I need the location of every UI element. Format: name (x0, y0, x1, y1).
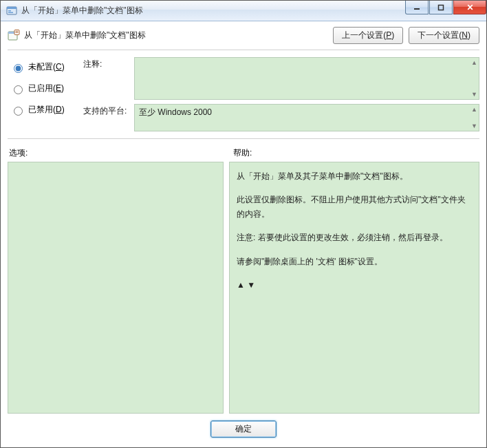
scroll-up-icon[interactable]: ▲ (471, 106, 477, 113)
help-paragraph: 注意: 若要使此设置的更改生效，必须注销，然后再登录。 (237, 231, 466, 244)
comment-label: 注释: (83, 57, 131, 70)
minimize-button[interactable] (405, 1, 429, 14)
close-button[interactable] (453, 1, 486, 14)
scroll-down-icon[interactable]: ▼ (471, 91, 477, 98)
help-paragraph: 此设置仅删除图标。不阻止用户使用其他方式访问"文档"文件夹的内容。 (237, 193, 466, 221)
help-panel: 从「开始」菜单及其子菜单中删除"文档"图标。 此设置仅删除图标。不阻止用户使用其… (229, 162, 479, 414)
scroll-up-icon[interactable]: ▲ (237, 280, 245, 290)
platform-label: 支持的平台: (83, 104, 131, 117)
policy-icon (8, 30, 20, 42)
footer: 确定 (8, 414, 479, 440)
config-row: 未配置(C) 已启用(E) 已禁用(D) 注释: ▲ ▼ 支持的平台: 至少 W… (8, 54, 479, 137)
fields-col: 注释: ▲ ▼ 支持的平台: 至少 Windows 2000 ▲ ▼ (83, 57, 479, 131)
svg-rect-5 (439, 5, 444, 10)
client-area: 从「开始」菜单中删除"文档"图标 上一个设置(P) 下一个设置(N) 未配置(C… (1, 21, 486, 447)
options-panel (8, 162, 224, 414)
help-paragraph: 从「开始」菜单及其子菜单中删除"文档"图标。 (237, 169, 466, 183)
radio-enabled[interactable]: 已启用(E) (10, 83, 83, 94)
svg-rect-1 (7, 7, 17, 9)
radio-not-configured-input[interactable] (14, 64, 23, 73)
policy-title: 从「开始」菜单中删除"文档"图标 (24, 30, 333, 41)
scroll-up-icon[interactable]: ▲ (471, 59, 477, 66)
svg-rect-2 (8, 10, 11, 12)
next-setting-button[interactable]: 下一个设置(N) (409, 27, 479, 44)
window-title: 从「开始」菜单中删除"文档"图标 (21, 5, 143, 17)
radio-disabled[interactable]: 已禁用(D) (10, 104, 83, 116)
options-label: 选项: (8, 147, 229, 159)
comment-field[interactable]: ▲ ▼ (134, 57, 479, 100)
divider (8, 50, 479, 50)
ok-button[interactable]: 确定 (210, 420, 277, 438)
section-labels: 选项: 帮助: (8, 147, 479, 159)
radio-disabled-input[interactable] (14, 107, 23, 116)
radio-not-configured[interactable]: 未配置(C) (10, 61, 83, 73)
previous-setting-button[interactable]: 上一个设置(P) (333, 27, 403, 44)
supported-platform-field: 至少 Windows 2000 ▲ ▼ (134, 104, 479, 131)
platform-value: 至少 Windows 2000 (139, 107, 212, 117)
svg-rect-9 (16, 31, 19, 32)
scroll-down-icon[interactable]: ▼ (471, 122, 477, 129)
panels: 从「开始」菜单及其子菜单中删除"文档"图标。 此设置仅删除图标。不阻止用户使用其… (8, 162, 479, 414)
window-controls (405, 1, 486, 14)
header-row: 从「开始」菜单中删除"文档"图标 上一个设置(P) 下一个设置(N) (8, 27, 479, 44)
help-label: 帮助: (229, 147, 479, 159)
radio-enabled-input[interactable] (14, 85, 23, 94)
help-paragraph: 请参阅"删除桌面上的 '文档' 图标"设置。 (237, 255, 466, 268)
app-icon (6, 6, 17, 17)
window-titlebar: 从「开始」菜单中删除"文档"图标 (1, 1, 486, 21)
svg-rect-4 (414, 8, 420, 10)
scroll-down-icon[interactable]: ▼ (247, 280, 255, 290)
divider (8, 138, 479, 139)
svg-rect-3 (8, 12, 13, 13)
maximize-button[interactable] (429, 1, 453, 14)
state-radio-group: 未配置(C) 已启用(E) 已禁用(D) (8, 57, 83, 131)
svg-rect-10 (16, 32, 19, 33)
